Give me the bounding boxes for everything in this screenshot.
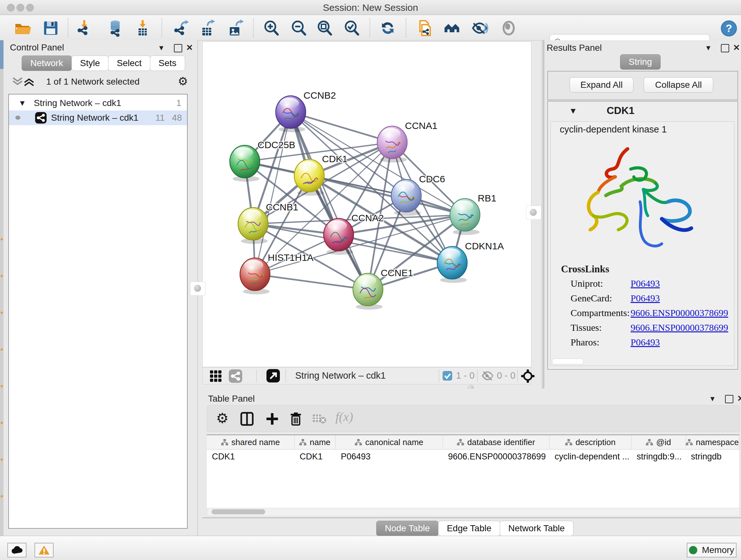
statusbar-separator [477, 369, 477, 382]
network-node-RB1[interactable]: RB1 [450, 193, 496, 235]
close-panel-icon[interactable]: ✕ [733, 43, 740, 53]
table-row[interactable]: CDK1CDK1P064939606.ENSP00000378699cyclin… [207, 449, 739, 463]
delete-column-icon[interactable] [289, 411, 302, 426]
close-panel-icon[interactable]: ✕ [186, 43, 193, 53]
import-table-icon[interactable] [134, 19, 151, 37]
gene-detail-body: cyclin-dependent kinase 1 [550, 121, 734, 366]
crosslink-value-link[interactable]: P06493 [630, 337, 660, 348]
column-header-name[interactable]: name [294, 435, 336, 449]
import-database-icon[interactable] [107, 19, 124, 37]
export-image-icon[interactable] [226, 19, 244, 37]
save-session-icon[interactable] [42, 19, 59, 37]
tab-network-table[interactable]: Network Table [500, 521, 574, 536]
tab-edge-table[interactable]: Edge Table [438, 521, 500, 536]
zoom-out-icon[interactable] [290, 19, 307, 37]
right-splitter-handle[interactable] [526, 206, 541, 220]
results-button-bar: Expand All Collapse All [547, 71, 738, 100]
network-edge-CCNB2-CCNE1[interactable] [291, 112, 368, 290]
table-settings-gear-icon[interactable]: ⚙ [216, 410, 228, 426]
left-splitter-handle[interactable] [190, 282, 205, 296]
scrollbar-thumb[interactable] [212, 509, 265, 514]
refresh-icon[interactable] [379, 19, 396, 37]
crosslink-value-link[interactable]: P06493 [630, 293, 660, 304]
table-horizontal-scrollbar[interactable] [207, 508, 740, 516]
expand-all-button[interactable]: Expand All [569, 77, 633, 92]
hide-panels-eye-icon[interactable] [471, 19, 488, 37]
column-header-@id[interactable]: @id [631, 435, 686, 449]
network-edge-CCNE1-HIST1H1A[interactable] [255, 274, 368, 290]
show-all-views-icon[interactable] [443, 19, 461, 37]
maximize-panel-icon[interactable] [721, 44, 729, 52]
network-tree: ▼ String Network – cdk1 1 String Network… [8, 94, 188, 529]
tab-string[interactable]: String [620, 54, 661, 70]
hidden-ratio: 0 - 0 [497, 370, 515, 381]
statusbar-separator [517, 369, 518, 382]
network-collection-row[interactable]: ▼ String Network – cdk1 1 [9, 96, 187, 111]
network-view-canvas[interactable]: CCNB2CCNA1CDC25BCDK1CDC6RB1CCNB1CCNA2CDK… [202, 42, 531, 367]
help-icon[interactable]: ? [721, 20, 737, 37]
crosslink-value-link[interactable]: P06493 [630, 278, 660, 289]
svg-text:?: ? [726, 22, 732, 34]
selected-checkbox-icon[interactable] [443, 371, 452, 381]
column-header-canonical-name[interactable]: canonical name [336, 435, 443, 449]
crosslink-value-link[interactable]: 9606.ENSP00000378699 [630, 322, 728, 333]
collapse-all-button[interactable]: Collapse All [644, 77, 713, 92]
float-panel-icon[interactable]: ▾ [706, 43, 711, 53]
table-type-tabs: Node TableEdge TableNetwork Table [377, 521, 574, 536]
function-builder-icon: f(x) [335, 409, 353, 424]
import-network-icon[interactable] [76, 19, 93, 37]
tab-style[interactable]: Style [71, 56, 109, 71]
crosslink-value-link[interactable]: 9606.ENSP00000378699 [630, 307, 728, 318]
network-graph[interactable]: CCNB2CCNA1CDC25BCDK1CDC6RB1CCNB1CCNA2CDK… [203, 42, 531, 367]
column-header-database-identifier[interactable]: database identifier [443, 435, 549, 449]
network-node-CDKN1A[interactable]: CDKN1A [437, 241, 504, 283]
cloud-status-button[interactable] [7, 543, 26, 557]
birds-eye-grid-icon[interactable] [210, 370, 222, 382]
warnings-button[interactable] [35, 543, 54, 557]
table-toolbar: ⚙ f(x) [207, 405, 740, 432]
string-style-icon[interactable] [229, 369, 242, 383]
maximize-panel-icon[interactable] [725, 395, 733, 403]
tab-node-table[interactable]: Node Table [376, 521, 439, 536]
network-options-gear-icon[interactable]: ⚙ [178, 75, 188, 88]
zoom-fit-icon[interactable] [316, 19, 333, 37]
network-row[interactable]: String Network – cdk1 11 48 [9, 111, 187, 125]
network-node-CCNA1[interactable]: CCNA1 [377, 120, 437, 163]
memory-button[interactable]: Memory [687, 543, 737, 557]
table-cell: 9606.ENSP00000378699 [443, 449, 549, 463]
main-toolbar: ? [0, 15, 741, 41]
float-panel-icon[interactable]: ▾ [159, 43, 163, 53]
column-header-description[interactable]: description [549, 435, 631, 449]
network-node-CDC6[interactable]: CDC6 [391, 174, 445, 216]
open-session-icon[interactable] [14, 19, 31, 37]
clone-network-icon[interactable] [415, 19, 433, 37]
export-table-icon[interactable] [199, 19, 216, 37]
results-splitter-line[interactable] [542, 40, 542, 388]
zoom-selected-icon[interactable] [343, 19, 360, 37]
export-network-icon[interactable] [172, 19, 190, 37]
table-tabs-divider [202, 517, 741, 518]
column-type-icon [686, 439, 693, 445]
close-panel-icon[interactable]: ✕ [737, 394, 741, 403]
node-table: shared namenamecanonical namedatabase id… [207, 435, 739, 509]
tab-network[interactable]: Network [22, 56, 72, 71]
open-in-window-icon[interactable] [266, 369, 280, 382]
maximize-panel-icon[interactable] [174, 44, 182, 52]
show-columns-icon[interactable] [240, 412, 254, 426]
results-scrollbar[interactable] [552, 359, 583, 364]
network-edge-CCNB2-CCNA1[interactable] [291, 112, 392, 142]
tab-select[interactable]: Select [108, 56, 150, 71]
add-column-icon[interactable] [265, 412, 279, 426]
zoom-in-icon[interactable] [263, 19, 280, 37]
column-type-icon [565, 439, 572, 445]
network-node-HIST1H1A[interactable]: HIST1H1A [240, 252, 313, 294]
gene-expander-icon[interactable]: ▼ [569, 106, 577, 116]
network-node-CCNE1[interactable]: CCNE1 [353, 267, 413, 310]
column-header-shared-name[interactable]: shared name [207, 435, 294, 449]
fit-selected-crosshair-icon[interactable] [521, 369, 535, 383]
crosslink-label: Uniprot: [570, 278, 603, 289]
column-header-namespace[interactable]: namespace [686, 435, 739, 449]
float-panel-icon[interactable]: ▾ [711, 394, 715, 403]
collection-expander-icon[interactable]: ▼ [18, 96, 26, 111]
tab-sets[interactable]: Sets [150, 56, 185, 71]
